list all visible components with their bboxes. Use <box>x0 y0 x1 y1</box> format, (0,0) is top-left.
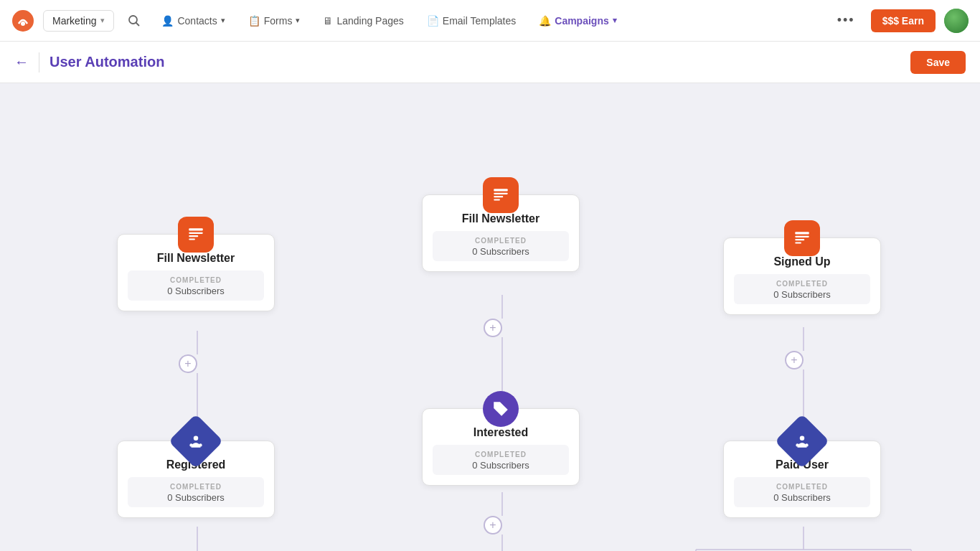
svg-point-35 <box>496 404 498 406</box>
registered-node[interactable]: Registered COMPLETED 0 Subscribers <box>117 441 275 518</box>
fill-newsletter-center-icon <box>483 177 519 213</box>
header-divider <box>39 52 39 72</box>
fill-newsletter-center-subscribers: 0 Subscribers <box>433 246 569 257</box>
svg-point-30 <box>199 443 202 446</box>
search-icon <box>128 14 141 27</box>
landing-pages-label: Landing Pages <box>336 15 403 27</box>
fill-newsletter-center-title: Fill Newsletter <box>433 212 569 225</box>
svg-point-28 <box>194 435 199 441</box>
more-button[interactable]: ••• <box>830 9 862 32</box>
svg-rect-31 <box>494 189 508 191</box>
interested-status-section: COMPLETED 0 Subscribers <box>433 445 569 475</box>
registered-status: COMPLETED <box>128 483 264 491</box>
signed-up-title: Signed Up <box>734 255 870 268</box>
interested-title: Interested <box>433 426 569 439</box>
svg-rect-34 <box>494 199 500 200</box>
plus-after-interested[interactable]: + <box>484 516 502 534</box>
svg-rect-24 <box>189 228 203 230</box>
logo-icon <box>11 9 34 32</box>
campaigns-icon: 🔔 <box>539 15 551 27</box>
fill-newsletter-center-node[interactable]: Fill Newsletter COMPLETED 0 Subscribers <box>422 194 580 272</box>
registered-status-section: COMPLETED 0 Subscribers <box>128 477 264 507</box>
svg-line-3 <box>136 22 140 26</box>
svg-point-1 <box>21 22 25 26</box>
fill-newsletter-left-title: Fill Newsletter <box>128 252 264 265</box>
forms-nav-item[interactable]: 📋 Forms ▾ <box>241 11 308 31</box>
fill-newsletter-left-status-section: COMPLETED 0 Subscribers <box>128 270 264 301</box>
svg-point-42 <box>805 443 808 446</box>
svg-rect-36 <box>795 232 809 234</box>
signed-up-subscribers: 0 Subscribers <box>734 289 870 300</box>
landing-pages-nav-item[interactable]: 🖥 Landing Pages <box>316 11 410 31</box>
plus-after-fill-newsletter-center[interactable]: + <box>484 319 502 337</box>
earn-button[interactable]: $$$ Earn <box>871 9 936 32</box>
email-templates-nav-item[interactable]: 📄 Email Templates <box>420 11 523 31</box>
plus-after-fill-newsletter-left[interactable]: + <box>179 354 197 373</box>
paid-user-status: COMPLETED <box>734 483 870 491</box>
svg-point-41 <box>796 443 798 446</box>
svg-rect-39 <box>795 242 801 243</box>
fill-newsletter-left-node[interactable]: Fill Newsletter COMPLETED 0 Subscribers <box>117 234 275 311</box>
search-button[interactable] <box>123 9 146 32</box>
plus-after-signed-up[interactable]: + <box>785 351 804 369</box>
svg-point-2 <box>129 16 137 24</box>
svg-point-40 <box>800 435 805 441</box>
fill-newsletter-left-subscribers: 0 Subscribers <box>128 286 264 296</box>
avatar-image <box>944 9 969 33</box>
campaigns-label: Campaigns <box>555 15 608 27</box>
email-templates-label: Email Templates <box>443 15 516 27</box>
back-button[interactable]: ← <box>14 54 29 70</box>
svg-rect-25 <box>189 232 203 234</box>
registered-subscribers: 0 Subscribers <box>128 492 264 503</box>
svg-point-29 <box>189 443 192 446</box>
interested-subscribers: 0 Subscribers <box>433 460 569 471</box>
fill-newsletter-center-status: COMPLETED <box>433 237 569 245</box>
campaigns-chevron-icon: ▾ <box>613 16 617 25</box>
signed-up-icon <box>784 220 820 256</box>
contacts-chevron-icon: ▾ <box>221 16 225 25</box>
fill-newsletter-left-status: COMPLETED <box>128 276 264 284</box>
contacts-label: Contacts <box>177 15 217 27</box>
svg-rect-33 <box>494 196 503 197</box>
save-button[interactable]: Save <box>910 51 966 74</box>
fill-newsletter-center-status-section: COMPLETED 0 Subscribers <box>433 231 569 261</box>
page-title: User Automation <box>50 54 164 70</box>
marketing-dropdown[interactable]: Marketing ▾ <box>43 10 114 32</box>
forms-label: Forms <box>264 15 293 27</box>
forms-chevron-icon: ▾ <box>296 16 300 25</box>
page-header: ← User Automation Save <box>0 42 980 83</box>
interested-tag-icon <box>483 391 519 427</box>
marketing-label: Marketing <box>52 15 96 27</box>
svg-rect-38 <box>795 239 804 240</box>
svg-rect-32 <box>494 193 508 194</box>
automation-canvas: Fill Newsletter COMPLETED 0 Subscribers … <box>0 83 980 551</box>
contacts-nav-item[interactable]: 👤 Contacts ▾ <box>154 11 232 31</box>
svg-rect-26 <box>189 235 198 237</box>
paid-user-node[interactable]: Paid User COMPLETED 0 Subscribers <box>723 441 881 518</box>
landing-pages-icon: 🖥 <box>323 15 333 27</box>
interested-node[interactable]: Interested COMPLETED 0 Subscribers <box>422 408 580 486</box>
campaigns-nav-item[interactable]: 🔔 Campaigns ▾ <box>532 11 623 31</box>
svg-rect-27 <box>189 238 195 240</box>
email-templates-icon: 📄 <box>427 15 439 27</box>
forms-icon: 📋 <box>248 15 260 27</box>
contacts-icon: 👤 <box>161 15 174 27</box>
signed-up-node[interactable]: Signed Up COMPLETED 0 Subscribers <box>723 237 881 315</box>
signed-up-status-section: COMPLETED 0 Subscribers <box>734 274 870 304</box>
svg-rect-37 <box>795 236 809 237</box>
interested-status: COMPLETED <box>433 451 569 458</box>
paid-user-subscribers: 0 Subscribers <box>734 492 870 503</box>
avatar[interactable] <box>944 9 969 33</box>
navbar: Marketing ▾ 👤 Contacts ▾ 📋 Forms ▾ 🖥 Lan… <box>0 0 980 42</box>
marketing-chevron-icon: ▾ <box>100 16 105 25</box>
signed-up-status: COMPLETED <box>734 280 870 288</box>
fill-newsletter-left-icon <box>178 217 214 253</box>
paid-user-status-section: COMPLETED 0 Subscribers <box>734 477 870 507</box>
